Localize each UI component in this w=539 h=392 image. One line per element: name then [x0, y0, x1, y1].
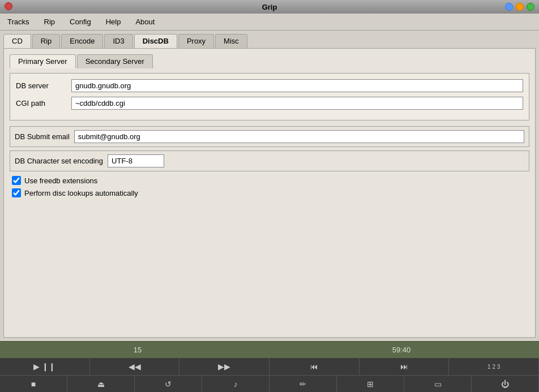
tab-primary-server[interactable]: Primary Server: [10, 54, 76, 68]
screen-button[interactable]: ▭: [404, 376, 472, 392]
charset-row: DB Character set encoding: [10, 150, 529, 171]
menubar: Tracks Rip Config Help About: [0, 14, 539, 31]
db-server-input[interactable]: [71, 79, 523, 92]
statusbar: 15 59:40: [0, 341, 539, 358]
transport-controls: ▶ ❙❙ ◀◀ ▶▶ ⏮ ⏭ 1 2 3: [0, 358, 539, 375]
status-time: 59:40: [270, 346, 533, 354]
track-number-button[interactable]: 1 2 3: [449, 358, 539, 375]
window-controls: [505, 3, 534, 11]
tab-cd[interactable]: CD: [3, 34, 31, 48]
tab-rip[interactable]: Rip: [32, 34, 61, 48]
volume-button[interactable]: ♪: [202, 376, 270, 392]
main-content: CD Rip Encode ID3 DiscDB Proxy Misc Prim…: [0, 31, 539, 341]
tab-misc[interactable]: Misc: [215, 34, 247, 48]
minimize-button[interactable]: [505, 3, 513, 11]
fast-forward-button[interactable]: ▶▶: [179, 358, 270, 375]
submit-email-row: DB Submit email: [10, 126, 529, 147]
charset-input[interactable]: [108, 154, 164, 167]
submit-email-input[interactable]: [74, 130, 524, 143]
play-pause-button[interactable]: ▶ ❙❙: [0, 358, 90, 375]
skip-back-button[interactable]: ⏮: [270, 358, 360, 375]
auto-lookup-label: Perform disc lookups automatically: [24, 189, 138, 197]
tab-proxy[interactable]: Proxy: [178, 34, 214, 48]
charset-label: DB Character set encoding: [15, 157, 103, 165]
maximize-button[interactable]: [516, 3, 524, 11]
edit-button[interactable]: ✏: [270, 376, 337, 392]
submit-email-label: DB Submit email: [15, 132, 70, 141]
power-button[interactable]: ⏻: [472, 376, 539, 392]
tab-encode[interactable]: Encode: [61, 34, 103, 48]
inner-tabbar: CD Rip Encode ID3 DiscDB Proxy Misc: [3, 34, 536, 49]
auto-lookup-checkbox-row: Perform disc lookups automatically: [10, 188, 529, 197]
discdb-panel: Primary Server Secondary Server DB serve…: [3, 49, 536, 338]
menu-about[interactable]: About: [128, 15, 162, 29]
app-icon: [5, 2, 12, 10]
menu-config[interactable]: Config: [62, 15, 99, 29]
cgi-path-row: CGI path: [16, 97, 523, 110]
eject-button[interactable]: ⏏: [67, 376, 135, 392]
repeat-button[interactable]: ↺: [135, 376, 202, 392]
freedb-checkbox-row: Use freedb extensions: [10, 176, 529, 185]
grid-button[interactable]: ⊞: [337, 376, 404, 392]
freedb-checkbox[interactable]: [12, 176, 21, 185]
stop-button[interactable]: ■: [0, 376, 67, 392]
status-track: 15: [6, 346, 270, 354]
menu-tracks[interactable]: Tracks: [0, 15, 37, 29]
app-title: Grip: [262, 3, 277, 11]
freedb-label: Use freedb extensions: [24, 176, 97, 185]
menu-help[interactable]: Help: [99, 15, 129, 29]
titlebar-left-controls: [5, 2, 12, 12]
server-tabbar: Primary Server Secondary Server: [10, 54, 529, 68]
auto-lookup-checkbox[interactable]: [12, 188, 21, 197]
titlebar: Grip: [0, 0, 539, 14]
rewind-button[interactable]: ◀◀: [90, 358, 180, 375]
menu-rip[interactable]: Rip: [37, 15, 63, 29]
bottom-controls: ■ ⏏ ↺ ♪ ✏ ⊞ ▭ ⏻: [0, 375, 539, 392]
server-content: DB server CGI path: [10, 73, 529, 120]
close-button[interactable]: [527, 3, 534, 11]
cgi-path-input[interactable]: [71, 97, 523, 110]
tab-discdb[interactable]: DiscDB: [134, 34, 177, 48]
db-server-label: DB server: [16, 81, 67, 90]
db-server-row: DB server: [16, 79, 523, 92]
cgi-path-label: CGI path: [16, 99, 67, 107]
tab-id3[interactable]: ID3: [104, 34, 132, 48]
skip-forward-button[interactable]: ⏭: [360, 358, 450, 375]
tab-secondary-server[interactable]: Secondary Server: [77, 54, 153, 68]
